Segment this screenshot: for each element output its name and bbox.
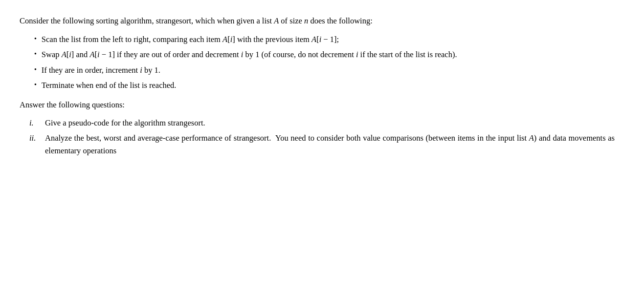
question-text-ii: Analyze the best, worst and average-case… bbox=[45, 132, 615, 157]
list-item: ● If they are in order, increment i by 1… bbox=[34, 64, 615, 77]
question-label-ii: ii. bbox=[29, 132, 39, 145]
bullet-item-text: Terminate when end of the list is reache… bbox=[42, 79, 615, 92]
bullet-item-text: Swap A[i] and A[i − 1] if they are out o… bbox=[42, 48, 615, 61]
question-text-i: Give a pseudo-code for the algorithm str… bbox=[45, 117, 615, 129]
list-item: ● Terminate when end of the list is reac… bbox=[34, 79, 615, 92]
bullet-item-text: If they are in order, increment i by 1. bbox=[42, 64, 615, 77]
questions-list: i. Give a pseudo-code for the algorithm … bbox=[29, 117, 615, 157]
question-label-i: i. bbox=[29, 117, 39, 129]
bullet-list: ● Scan the list from the left to right, … bbox=[34, 33, 615, 92]
list-item: ● Scan the list from the left to right, … bbox=[34, 33, 615, 46]
answer-intro-paragraph: Answer the following questions: bbox=[20, 99, 615, 111]
bullet-icon: ● bbox=[34, 80, 37, 89]
bullet-item-text: Scan the list from the left to right, co… bbox=[42, 33, 615, 46]
main-content: Consider the following sorting algorithm… bbox=[20, 15, 615, 157]
question-item-ii: ii. Analyze the best, worst and average-… bbox=[29, 132, 615, 157]
intro-paragraph: Consider the following sorting algorithm… bbox=[20, 15, 615, 27]
bullet-icon: ● bbox=[34, 34, 37, 43]
bullet-icon: ● bbox=[34, 49, 37, 58]
bullet-icon: ● bbox=[34, 64, 37, 74]
list-item: ● Swap A[i] and A[i − 1] if they are out… bbox=[34, 48, 615, 61]
question-item-i: i. Give a pseudo-code for the algorithm … bbox=[29, 117, 615, 129]
